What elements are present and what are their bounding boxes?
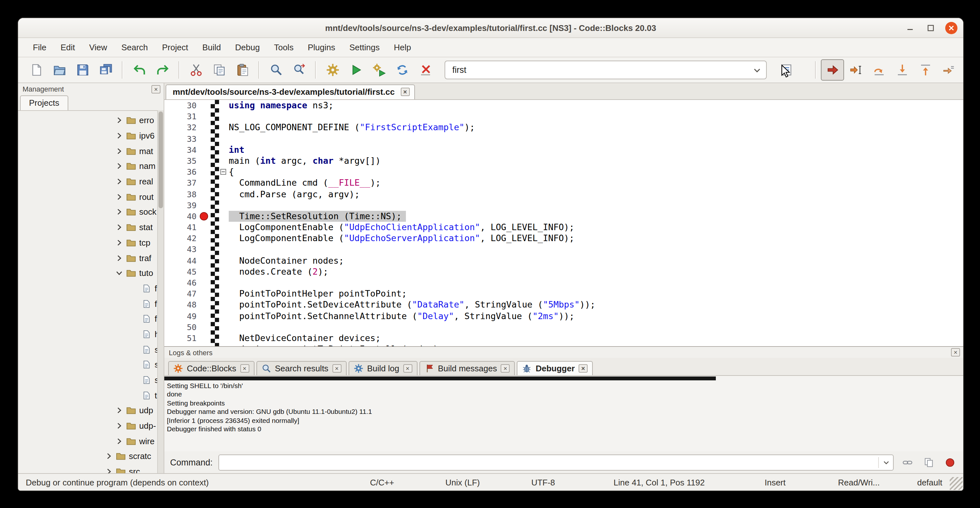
code-line-37[interactable]: 37 CommandLine cmd (__FILE__); bbox=[164, 178, 963, 189]
tree-item-nam[interactable]: nam bbox=[18, 159, 164, 174]
command-input[interactable] bbox=[218, 454, 894, 470]
tree-expander-icon[interactable] bbox=[116, 193, 125, 201]
save-file-button[interactable] bbox=[71, 59, 94, 81]
code-line-42[interactable]: 42 LogComponentEnable ("UdpEchoServerApp… bbox=[164, 233, 963, 244]
tree-item-stat[interactable]: stat bbox=[18, 220, 164, 235]
line-number[interactable]: 48 bbox=[164, 299, 197, 311]
code-line-34[interactable]: 34int bbox=[164, 144, 963, 155]
code-line-31[interactable]: 31 bbox=[164, 111, 963, 122]
toolbar-overflow-button[interactable] bbox=[960, 59, 964, 81]
tree-item-se[interactable]: se bbox=[18, 357, 164, 372]
line-number[interactable]: 47 bbox=[164, 288, 197, 299]
build-and-run-button[interactable] bbox=[367, 59, 390, 81]
tree-item-he[interactable]: he bbox=[18, 326, 164, 342]
close-button[interactable] bbox=[945, 22, 958, 34]
log-tab-close-icon[interactable]: × bbox=[579, 364, 588, 373]
menu-item-tools[interactable]: Tools bbox=[267, 39, 301, 56]
code-line-52[interactable]: 52 devices = pointToPoint.Install (nodes… bbox=[164, 344, 963, 346]
tree-expander-icon[interactable] bbox=[116, 407, 125, 414]
undo-button[interactable] bbox=[127, 59, 151, 81]
log-tab-build-messages[interactable]: Build messages× bbox=[419, 361, 515, 375]
line-number[interactable]: 37 bbox=[164, 178, 197, 189]
tree-item-wire[interactable]: wire bbox=[18, 433, 164, 449]
command-dropdown-chevron-icon[interactable] bbox=[878, 457, 893, 468]
code-line-50[interactable]: 50 bbox=[164, 322, 963, 333]
menu-item-project[interactable]: Project bbox=[155, 39, 195, 56]
menu-item-view[interactable]: View bbox=[82, 39, 115, 56]
next-line-button[interactable] bbox=[867, 59, 891, 81]
tree-item-traf[interactable]: traf bbox=[18, 250, 164, 265]
tree-item-rout[interactable]: rout bbox=[18, 189, 164, 204]
debugger-log[interactable]: Setting SHELL to '/bin/sh'doneSetting br… bbox=[164, 376, 963, 451]
code-line-39[interactable]: 39 bbox=[164, 199, 963, 210]
management-close-icon[interactable]: × bbox=[151, 85, 161, 93]
menu-item-help[interactable]: Help bbox=[387, 39, 418, 56]
tree-expander-icon[interactable] bbox=[116, 162, 125, 170]
tree-item-src[interactable]: src bbox=[18, 464, 164, 473]
line-number[interactable]: 45 bbox=[164, 266, 197, 277]
line-number[interactable]: 39 bbox=[164, 199, 197, 210]
tree-item-udp[interactable]: udp bbox=[18, 403, 164, 418]
log-tab-close-icon[interactable]: × bbox=[332, 364, 341, 373]
tree-item-ipv6[interactable]: ipv6 bbox=[18, 128, 164, 143]
line-number[interactable]: 40 bbox=[164, 211, 197, 222]
tree-item-six[interactable]: six bbox=[18, 372, 164, 387]
abort-build-button[interactable] bbox=[414, 59, 437, 81]
log-tab-build-log[interactable]: Build log× bbox=[348, 361, 417, 375]
tree-item-sock[interactable]: sock bbox=[18, 204, 164, 220]
log-tab-close-icon[interactable]: × bbox=[240, 364, 249, 373]
line-number[interactable]: 43 bbox=[164, 244, 197, 255]
tree-expander-icon[interactable] bbox=[116, 132, 125, 140]
line-number[interactable]: 41 bbox=[164, 222, 197, 233]
tree-item-real[interactable]: real bbox=[18, 174, 164, 189]
fold-marker-icon[interactable] bbox=[220, 169, 226, 175]
run-to-cursor-button[interactable] bbox=[844, 59, 867, 81]
title-bar[interactable]: mnt/dev/tools/source/ns-3-dev/examples/t… bbox=[18, 18, 963, 38]
code-line-43[interactable]: 43 bbox=[164, 244, 963, 255]
tree-expander-icon[interactable] bbox=[116, 117, 125, 124]
minimize-button[interactable] bbox=[904, 22, 916, 34]
editor-tab-first-cc[interactable]: mnt/dev/tools/source/ns-3-dev/examples/t… bbox=[165, 84, 415, 99]
code-line-46[interactable]: 46 bbox=[164, 277, 963, 288]
menu-item-search[interactable]: Search bbox=[115, 39, 155, 56]
tree-item-erro[interactable]: erro bbox=[18, 113, 164, 128]
replace-button[interactable] bbox=[287, 59, 310, 81]
tree-expander-icon[interactable] bbox=[106, 452, 115, 460]
line-number[interactable]: 34 bbox=[164, 144, 197, 155]
redo-button[interactable] bbox=[151, 59, 174, 81]
symbols-window-button[interactable] bbox=[775, 59, 798, 81]
find-button[interactable] bbox=[264, 59, 287, 81]
line-number[interactable]: 50 bbox=[164, 322, 197, 333]
tree-item-se[interactable]: se bbox=[18, 342, 164, 357]
line-number[interactable]: 33 bbox=[164, 133, 197, 144]
editor-tab-close-icon[interactable]: × bbox=[401, 88, 409, 96]
tree-item-scratc[interactable]: scratc bbox=[18, 449, 164, 464]
code-area[interactable]: 30using namespace ns3;3132NS_LOG_COMPONE… bbox=[164, 100, 963, 346]
log-tab-code-blocks[interactable]: Code::Blocks× bbox=[168, 361, 254, 375]
code-line-47[interactable]: 47 PointToPointHelper pointToPoint; bbox=[164, 288, 963, 299]
copy-log-button[interactable] bbox=[921, 455, 936, 469]
maximize-button[interactable] bbox=[924, 22, 937, 34]
log-tab-debugger[interactable]: Debugger× bbox=[517, 361, 593, 375]
code-line-51[interactable]: 51 NetDeviceContainer devices; bbox=[164, 333, 963, 344]
open-file-button[interactable] bbox=[48, 59, 71, 81]
logs-close-icon[interactable]: × bbox=[951, 348, 960, 357]
menu-item-settings[interactable]: Settings bbox=[342, 39, 387, 56]
tree-item-fir[interactable]: fir bbox=[18, 296, 164, 311]
code-line-38[interactable]: 38 cmd.Parse (argc, argv); bbox=[164, 189, 963, 199]
code-line-33[interactable]: 33 bbox=[164, 133, 963, 144]
log-tab-close-icon[interactable]: × bbox=[403, 364, 412, 373]
menu-item-plugins[interactable]: Plugins bbox=[301, 39, 342, 56]
line-number[interactable]: 31 bbox=[164, 111, 197, 122]
line-number[interactable]: 38 bbox=[164, 189, 197, 199]
code-line-36[interactable]: 36{ bbox=[164, 166, 963, 177]
tree-item-fif[interactable]: fif bbox=[18, 281, 164, 296]
code-line-32[interactable]: 32NS_LOG_COMPONENT_DEFINE ("FirstScriptE… bbox=[164, 122, 963, 133]
tree-expander-icon[interactable] bbox=[116, 208, 125, 216]
tree-expander-icon[interactable] bbox=[116, 147, 125, 155]
code-line-49[interactable]: 49 pointToPoint.SetChannelAttribute ("De… bbox=[164, 311, 963, 322]
step-into-button[interactable] bbox=[891, 59, 914, 81]
breakpoint-icon[interactable] bbox=[200, 212, 208, 220]
run-button[interactable] bbox=[344, 59, 367, 81]
tree-expander-icon[interactable] bbox=[116, 269, 125, 277]
